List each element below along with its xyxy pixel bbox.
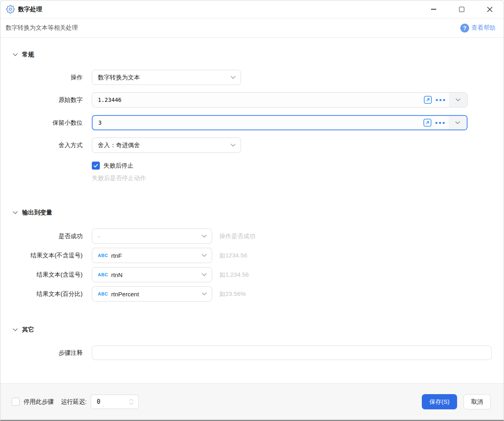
close-button[interactable] <box>476 0 504 18</box>
result-plain-label: 结果文本(不含逗号) <box>12 252 83 259</box>
section-other-header[interactable]: 其它 <box>12 325 492 334</box>
subtitle-bar: 数字转换为文本等相关处理 ? 查看帮助 <box>0 18 504 38</box>
chevron-down-icon <box>129 402 134 405</box>
rounding-row: 舍入方式 舍入：奇进偶舍 <box>12 138 492 153</box>
chevron-down-icon <box>455 98 461 101</box>
view-help-link[interactable]: ? 查看帮助 <box>460 24 496 32</box>
footer-left: 停用此步骤 运行延迟: <box>12 395 139 409</box>
operation-row: 操作 数字转换为文本 <box>12 70 492 85</box>
minimize-button[interactable] <box>419 0 447 18</box>
source-number-row: 原始数字 1.23446 <box>12 92 492 107</box>
more-options-icon[interactable] <box>435 122 445 124</box>
decimal-places-input[interactable]: 3 <box>92 115 468 130</box>
delay-label: 运行延迟: <box>61 398 87 406</box>
success-hint: 操作是否成功 <box>219 233 255 240</box>
result-percent-hint: 如23.56% <box>219 290 246 298</box>
more-options-icon[interactable] <box>436 99 445 101</box>
chevron-down-icon <box>202 292 207 296</box>
section-output-title: 输出到变量 <box>22 209 52 217</box>
string-type-icon: ABC <box>98 272 108 277</box>
result-plain-hint: 如1234.56 <box>219 252 247 259</box>
delay-field <box>91 395 139 409</box>
source-number-actions <box>424 96 449 104</box>
result-plain-select[interactable]: ABC rtnF <box>92 248 212 263</box>
delay-stepper[interactable] <box>129 399 138 405</box>
dialog-description: 数字转换为文本等相关处理 <box>6 24 78 32</box>
source-number-label: 原始数字 <box>12 96 83 104</box>
decimal-places-label: 保留小数位 <box>12 119 83 127</box>
stop-on-fail-hint: 失败后是否停止动作 <box>92 174 146 181</box>
cancel-button[interactable]: 取消 <box>464 394 491 409</box>
help-icon: ? <box>460 24 469 32</box>
rounding-select[interactable]: 舍入：奇进偶舍 <box>92 138 241 153</box>
help-label: 查看帮助 <box>472 24 496 32</box>
source-number-input[interactable]: 1.23446 <box>92 92 468 107</box>
close-icon <box>487 6 493 12</box>
section-other-title: 其它 <box>22 326 34 334</box>
result-percent-label: 结果文本(百分比) <box>12 290 83 298</box>
decimal-places-actions <box>423 119 449 127</box>
dialog-window: 数字处理 数字转换为文本等相关处理 ? 查看帮助 常规 操作 <box>0 0 504 421</box>
source-number-value: 1.23446 <box>92 97 121 103</box>
section-general-header[interactable]: 常规 <box>12 50 492 59</box>
decimal-places-dropdown-button[interactable] <box>449 116 467 130</box>
maximize-button[interactable] <box>447 0 476 18</box>
success-select[interactable]: - <box>92 229 212 244</box>
expand-editor-icon[interactable] <box>423 119 431 127</box>
comment-row: 步骤注释 <box>12 346 492 360</box>
disable-step-checkbox[interactable] <box>12 398 20 406</box>
result-percent-select[interactable]: ABC rtnPercent <box>92 286 212 302</box>
result-comma-row: 结果文本(含逗号) ABC rtnN 如1,234.56 <box>12 267 492 282</box>
save-button[interactable]: 保存(S) <box>422 394 457 409</box>
decimal-places-row: 保留小数位 3 <box>12 115 492 130</box>
rounding-label: 舍入方式 <box>12 142 83 149</box>
chevron-down-icon <box>455 121 460 124</box>
footer-bar: 停用此步骤 运行延迟: 保存(S) 取消 <box>0 383 504 420</box>
operation-select[interactable]: 数字转换为文本 <box>92 70 241 85</box>
stop-on-fail-label: 失败后停止 <box>103 162 134 170</box>
success-value: - <box>98 233 100 240</box>
success-row: 是否成功 - 操作是否成功 <box>12 229 492 244</box>
chevron-down-icon <box>202 235 207 238</box>
result-comma-select[interactable]: ABC rtnN <box>92 267 212 282</box>
operation-value: 数字转换为文本 <box>98 74 140 81</box>
result-percent-value: rtnPercent <box>111 291 139 298</box>
title-bar: 数字处理 <box>0 0 504 18</box>
maximize-icon <box>459 7 464 12</box>
form-content: 常规 操作 数字转换为文本 原始数字 1.23446 <box>0 50 504 360</box>
footer-right: 保存(S) 取消 <box>422 394 491 409</box>
result-comma-value: rtnN <box>111 271 122 278</box>
expand-editor-icon[interactable] <box>424 96 432 104</box>
comment-input[interactable] <box>92 346 492 360</box>
gear-icon <box>6 5 15 14</box>
section-general-title: 常规 <box>22 51 34 59</box>
stop-on-fail-row: 失败后停止 <box>92 162 492 170</box>
result-comma-label: 结果文本(含逗号) <box>12 271 83 279</box>
string-type-icon: ABC <box>98 291 108 296</box>
success-label: 是否成功 <box>12 233 83 240</box>
window-title: 数字处理 <box>18 6 42 13</box>
stop-on-fail-hint-row: 失败后是否停止动作 <box>92 174 492 182</box>
chevron-up-icon <box>129 399 134 401</box>
chevron-down-icon <box>231 76 236 79</box>
operation-label: 操作 <box>12 74 83 81</box>
result-plain-row: 结果文本(不含逗号) ABC rtnF 如1234.56 <box>12 248 492 263</box>
source-number-dropdown-button[interactable] <box>449 93 467 107</box>
chevron-down-icon <box>12 53 18 57</box>
section-output-header[interactable]: 输出到变量 <box>12 208 492 217</box>
minimize-icon <box>431 9 436 10</box>
decimal-places-value: 3 <box>93 119 101 126</box>
window-controls <box>419 0 504 18</box>
disable-step-label: 停用此步骤 <box>24 398 54 406</box>
rounding-value: 舍入：奇进偶舍 <box>98 142 140 149</box>
chevron-down-icon <box>12 211 18 215</box>
stop-on-fail-checkbox[interactable] <box>92 162 100 170</box>
result-plain-value: rtnF <box>111 252 122 259</box>
chevron-down-icon <box>202 254 207 257</box>
chevron-down-icon <box>202 273 207 276</box>
delay-input[interactable] <box>91 398 123 405</box>
comment-label: 步骤注释 <box>12 349 83 357</box>
check-icon <box>93 164 98 168</box>
chevron-down-icon <box>12 328 18 332</box>
result-percent-row: 结果文本(百分比) ABC rtnPercent 如23.56% <box>12 286 492 302</box>
